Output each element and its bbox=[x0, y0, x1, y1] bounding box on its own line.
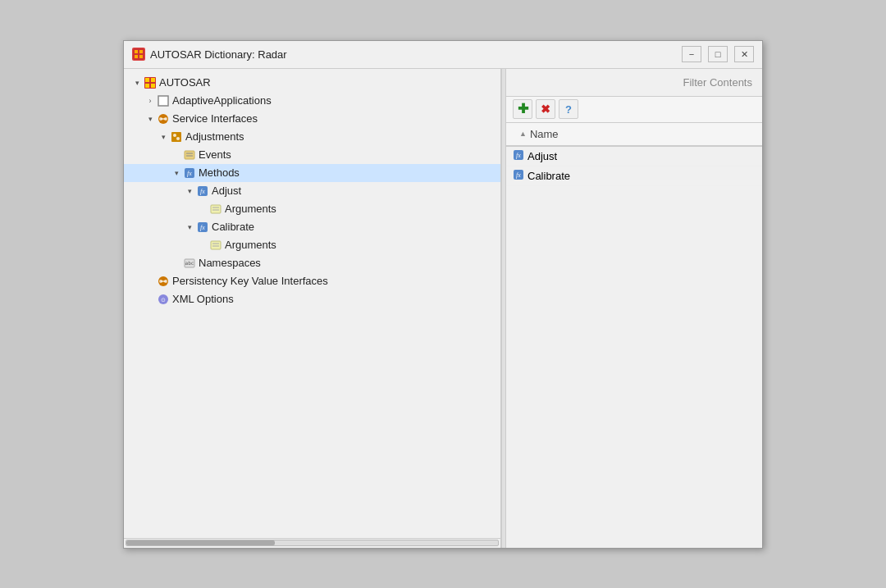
toolbar: ✚ ✖ ? bbox=[506, 97, 762, 123]
arguments-2-icon bbox=[209, 239, 222, 252]
row-adjust-icon: fx bbox=[513, 149, 524, 163]
svg-point-17 bbox=[176, 137, 180, 140]
xml-options-icon: ⊙ bbox=[157, 293, 170, 306]
table-row-calibrate[interactable]: fx Calibrate bbox=[506, 166, 762, 186]
adjust-icon: fx bbox=[196, 185, 209, 198]
maximize-button[interactable]: □ bbox=[708, 46, 728, 62]
table-cell-adjust: fx Adjust bbox=[513, 149, 557, 163]
svg-text:fx: fx bbox=[200, 188, 205, 195]
tree-item-xml-options[interactable]: ⊙ XML Options bbox=[124, 290, 500, 308]
svg-rect-2 bbox=[139, 50, 143, 53]
arguments-1-icon bbox=[209, 203, 222, 216]
methods-label: Methods bbox=[199, 166, 240, 179]
tree-item-namespaces[interactable]: abc Namespaces bbox=[124, 254, 500, 272]
namespaces-icon: abc bbox=[183, 257, 196, 270]
main-window: AUTOSAR Dictionary: Radar − □ ✕ ▾ bbox=[123, 40, 763, 549]
remove-icon: ✖ bbox=[541, 103, 550, 116]
service-interfaces-icon bbox=[157, 112, 170, 125]
row-calibrate-label: Calibrate bbox=[527, 170, 570, 182]
sort-icon: ▲ bbox=[519, 130, 527, 138]
svg-text:fx: fx bbox=[516, 171, 521, 179]
adjust-label: Adjust bbox=[212, 185, 241, 197]
filter-bar: Filter Contents bbox=[506, 69, 762, 97]
tree-item-service-interfaces[interactable]: ▾ Service Interfaces bbox=[124, 110, 500, 128]
add-icon: ✚ bbox=[518, 103, 528, 116]
svg-rect-1 bbox=[135, 50, 138, 53]
tree-item-adjustments[interactable]: ▾ Adjustments bbox=[124, 128, 500, 146]
scrollbar-track[interactable] bbox=[126, 540, 499, 546]
expand-adjust-icon: ▾ bbox=[183, 185, 196, 198]
table-row-adjust[interactable]: fx Adjust bbox=[506, 147, 762, 166]
expand-methods-icon: ▾ bbox=[170, 166, 183, 180]
svg-text:fx: fx bbox=[187, 170, 192, 177]
tree-content[interactable]: ▾ AUTOSAR › bbox=[124, 69, 500, 538]
arguments-1-label: Arguments bbox=[225, 203, 276, 215]
svg-point-16 bbox=[173, 134, 176, 137]
close-button[interactable]: ✕ bbox=[734, 46, 754, 62]
svg-rect-8 bbox=[145, 84, 149, 88]
adaptive-apps-icon bbox=[157, 94, 170, 107]
adjustments-label: Adjustments bbox=[185, 130, 244, 143]
app-icon bbox=[132, 48, 145, 61]
svg-rect-9 bbox=[151, 84, 155, 88]
column-header-name[interactable]: ▲ Name bbox=[513, 126, 565, 142]
svg-rect-18 bbox=[185, 151, 194, 159]
svg-rect-30 bbox=[211, 241, 221, 249]
persistency-label: Persistency Key Value Interfaces bbox=[172, 275, 328, 287]
tree-item-adaptive-apps[interactable]: › AdaptiveApplications bbox=[124, 92, 500, 110]
svg-rect-3 bbox=[135, 55, 138, 58]
title-bar-controls: − □ ✕ bbox=[682, 46, 754, 62]
remove-button[interactable]: ✖ bbox=[536, 99, 555, 119]
help-button[interactable]: ? bbox=[559, 99, 578, 119]
events-label: Events bbox=[199, 148, 231, 161]
tree-item-arguments-2[interactable]: Arguments bbox=[124, 236, 500, 254]
expand-calibrate-icon: ▾ bbox=[183, 221, 196, 234]
calibrate-icon: fx bbox=[196, 221, 209, 234]
content-area: ▾ AUTOSAR › bbox=[124, 69, 762, 548]
svg-rect-10 bbox=[158, 96, 168, 106]
svg-rect-25 bbox=[211, 205, 221, 213]
tree-item-methods[interactable]: ▾ fx Methods bbox=[124, 164, 500, 182]
tree-item-persistency[interactable]: Persistency Key Value Interfaces bbox=[124, 272, 500, 290]
namespaces-label: Namespaces bbox=[199, 257, 261, 269]
svg-text:abc: abc bbox=[185, 260, 194, 266]
tree-item-events[interactable]: Events bbox=[124, 146, 500, 164]
right-pane: Filter Contents ✚ ✖ ? ▲ Name bbox=[506, 69, 762, 548]
expand-adaptive-apps-icon: › bbox=[144, 94, 157, 107]
row-calibrate-icon: fx bbox=[513, 169, 524, 183]
tree-item-adjust[interactable]: ▾ fx Adjust bbox=[124, 182, 500, 200]
add-button[interactable]: ✚ bbox=[513, 99, 532, 119]
tree-item-arguments-1[interactable]: Arguments bbox=[124, 200, 500, 218]
persistency-icon bbox=[157, 275, 170, 288]
svg-rect-7 bbox=[151, 78, 155, 82]
svg-text:fx: fx bbox=[516, 152, 521, 159]
tree-item-calibrate[interactable]: ▾ fx Calibrate bbox=[124, 218, 500, 236]
svg-text:fx: fx bbox=[200, 224, 205, 231]
service-interfaces-label: Service Interfaces bbox=[172, 112, 258, 125]
scrollbar-thumb[interactable] bbox=[126, 540, 275, 545]
filter-label: Filter Contents bbox=[683, 76, 752, 89]
row-adjust-label: Adjust bbox=[527, 150, 557, 162]
arguments-2-label: Arguments bbox=[225, 239, 276, 251]
svg-rect-4 bbox=[139, 55, 143, 58]
adjustments-icon bbox=[170, 130, 183, 144]
calibrate-label: Calibrate bbox=[212, 221, 254, 233]
expand-autosar-icon: ▾ bbox=[130, 76, 144, 89]
svg-text:⊙: ⊙ bbox=[161, 297, 166, 303]
events-icon bbox=[183, 148, 196, 162]
svg-rect-6 bbox=[145, 78, 149, 82]
window-title: AUTOSAR Dictionary: Radar bbox=[150, 48, 287, 61]
content-table: ▲ Name fx Adjust bbox=[506, 123, 762, 548]
adaptive-apps-label: AdaptiveApplications bbox=[172, 94, 272, 107]
title-bar: AUTOSAR Dictionary: Radar − □ ✕ bbox=[124, 41, 762, 69]
minimize-button[interactable]: − bbox=[682, 46, 701, 62]
table-header[interactable]: ▲ Name bbox=[506, 123, 762, 147]
tree-item-autosar[interactable]: ▾ AUTOSAR bbox=[124, 74, 500, 92]
table-cell-calibrate: fx Calibrate bbox=[513, 169, 570, 183]
tree-horizontal-scrollbar[interactable] bbox=[124, 538, 500, 548]
title-bar-left: AUTOSAR Dictionary: Radar bbox=[132, 48, 287, 61]
methods-icon: fx bbox=[183, 166, 196, 180]
help-icon: ? bbox=[565, 103, 572, 116]
column-name-label: Name bbox=[530, 128, 559, 140]
svg-rect-15 bbox=[171, 132, 181, 142]
